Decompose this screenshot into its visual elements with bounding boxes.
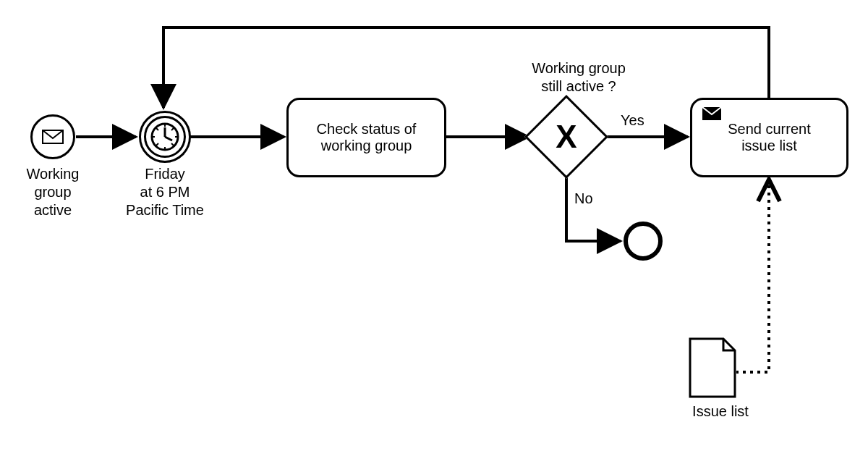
data-object-issue-list (689, 337, 736, 398)
envelope-icon (702, 107, 721, 124)
task-check-status: Check status of working group (286, 98, 446, 177)
task-label: Check status of working group (317, 121, 417, 154)
gateway-no-label: No (574, 190, 603, 208)
message-icon (33, 117, 73, 157)
connectors (0, 0, 868, 472)
start-event (30, 114, 75, 159)
clock-icon (141, 113, 189, 161)
start-event-label: Working group active (16, 165, 90, 219)
timer-event (139, 111, 191, 163)
task-label: Send current issue list (728, 121, 811, 154)
gateway-question: Working group still active ? (514, 59, 644, 96)
task-send-issue-list: Send current issue list (690, 98, 848, 177)
bpmn-diagram: Working group active Friday at 6 PM Paci… (0, 0, 868, 472)
data-object-label: Issue list (677, 403, 764, 421)
timer-event-label: Friday at 6 PM Pacific Time (120, 165, 210, 219)
gateway-yes-label: Yes (621, 111, 657, 130)
document-icon (689, 337, 736, 398)
end-event (624, 222, 663, 261)
